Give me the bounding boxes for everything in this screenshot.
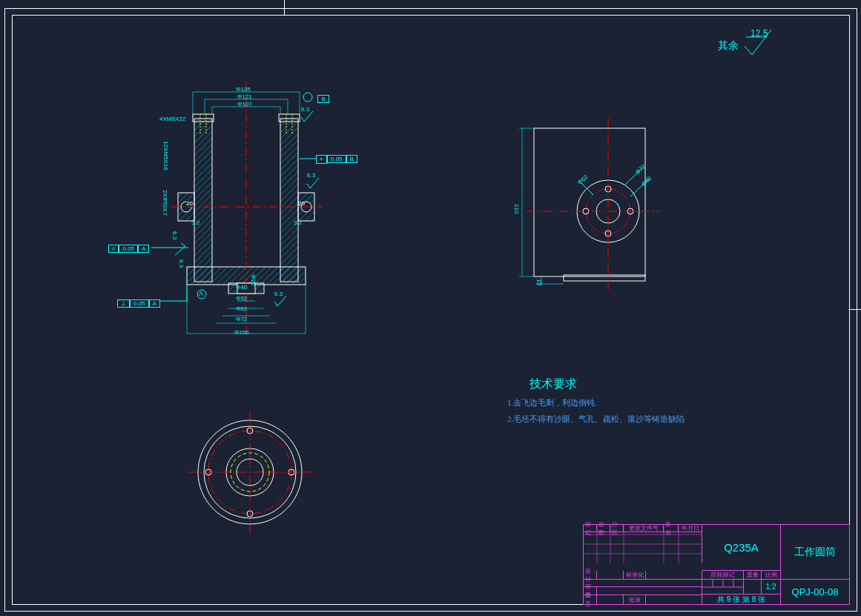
tb-proc: 工艺 [584,595,597,604]
dim-d62: Φ62 [236,305,247,312]
dim-d72: Φ72 [236,316,247,322]
drawing-border-inner [12,15,850,605]
datum-a: A [197,289,207,302]
tb-scale-val: 1:2 [762,580,781,595]
dim-4xm8: 4XM8X22 [159,116,185,122]
dim-2x52: 2XΦ52K7 [162,190,168,216]
tb-zone: 分区 [610,525,624,532]
fcf-par-tol: 0.05 [119,245,138,253]
fcf-par-ref: A [138,245,149,253]
dim-d107: Φ107 [237,101,252,107]
svg-rect-2 [194,119,212,282]
bottom-view [194,417,313,535]
dim-v20-2: 20 [298,200,305,207]
side-h: 210 [513,204,520,213]
tb-sig: 签名 [664,525,679,532]
tb-material: Q235A [702,525,781,571]
surface-prefix: 其余 [718,39,739,51]
fcf-perp-sym: ⊥ [117,299,130,308]
tb-date: 年月日 [679,525,702,532]
tb-part-name: 工作圆筒 [781,525,849,580]
svg-point-38 [197,290,206,299]
dim-v32-1: 3.2 [191,219,199,226]
dim-d156: Φ156 [234,329,249,336]
tb-doc: 更改文件号 [624,525,664,532]
side-view [519,122,682,308]
surf-63-5: 6.3 [178,259,185,268]
side-w: 10 [535,279,542,285]
fcf-perp-tol: 0.05 [130,299,149,308]
dim-v32-2: 3.2 [294,219,302,226]
fcf-par-sym: // [108,245,119,253]
dim-v20-1: 20 [186,200,193,207]
dim-d40: Φ40 [236,284,247,291]
svg-rect-3 [280,119,298,282]
tb-sheet: 共 9 张 第 8 张 [702,595,781,604]
tb-mark: 标记 [584,525,597,532]
dim-d121: Φ121 [237,93,252,100]
svg-rect-40 [564,275,645,281]
dim-d52: Φ52 [236,295,247,302]
tb-appr: 批准 [624,595,646,604]
fcf-position: ⌖0.05B [316,152,357,165]
fcf-perp-ref: A [149,299,160,308]
fcf-perp: ⊥0.05A [117,297,160,310]
tb-stage: 阶段标记 [702,571,744,580]
tb-wt: 重量 [744,571,762,580]
datum-b: B [303,92,331,105]
tb-cnt: 处数 [597,525,610,532]
fcf-pos-sym: ⌖ [316,155,327,164]
title-block: 标记 处数 分区 更改文件号 签名 年月日 设计 标准化 审核 工艺 批准 Q2… [583,524,850,605]
datum-b-label: B [317,95,329,103]
dim-d135: Φ135 [236,86,251,93]
dim-12xm5: 12XM5X16 [162,141,169,170]
fcf-pos-tol: 0.05 [327,155,346,163]
tb-std: 标准化 [624,571,646,580]
tb-sc: 比例 [762,571,781,580]
svg-point-37 [303,93,312,102]
svg-rect-39 [534,128,645,276]
tb-part-no: QPJ-00-08 [781,580,849,604]
tb-des: 设计 [584,571,597,580]
ruler-tick-top [284,0,285,15]
cad-canvas: 其余 12.5 [0,0,861,616]
surf-63-3: 6.3 [171,231,178,239]
dim-d20: Φ20 [250,274,257,285]
ruler-tick-right [848,309,861,310]
fcf-parallel: //0.05A [108,242,149,255]
surface-finish-default: 其余 12.5 [718,39,739,53]
fcf-pos-ref: B [346,155,357,163]
